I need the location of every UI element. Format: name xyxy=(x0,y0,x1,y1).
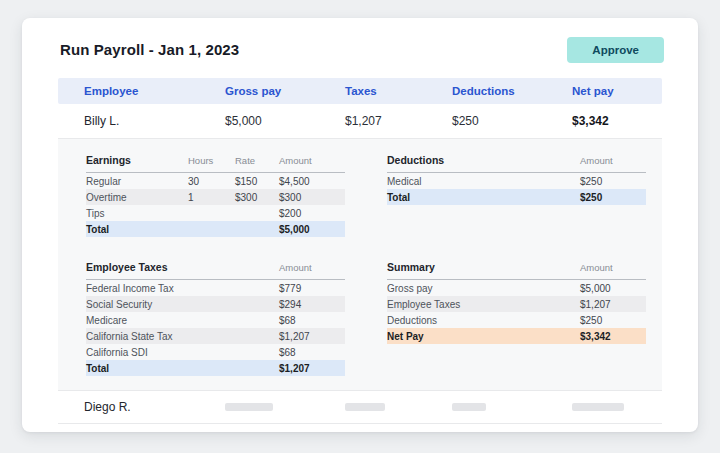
summary-header: Summary Amount xyxy=(387,256,646,280)
row-label: Social Security xyxy=(86,299,279,310)
employee-taxes-title: Employee Taxes xyxy=(86,261,279,273)
row-hours: 30 xyxy=(188,176,235,187)
row-label: Overtime xyxy=(86,192,188,203)
row-amount: $68 xyxy=(279,315,339,326)
employee-taxes-header: Employee Taxes Amount xyxy=(86,256,345,280)
row-amount: $5,000 xyxy=(279,224,339,235)
payroll-card: Run Payroll - Jan 1, 2023 Approve Employ… xyxy=(22,18,698,432)
table-header-row: Employee Gross pay Taxes Deductions Net … xyxy=(58,78,662,104)
tax-row-social-security: Social Security $294 xyxy=(86,296,345,312)
deductions-table: Deductions Amount Medical $250 Total $25… xyxy=(387,149,646,205)
summary-table: Summary Amount Gross pay $5,000 Employee… xyxy=(387,256,646,344)
column-header-deductions: Deductions xyxy=(452,85,572,97)
row-amount: $779 xyxy=(279,283,339,294)
row-amount: $5,000 xyxy=(580,283,640,294)
summary-row-employee-taxes: Employee Taxes $1,207 xyxy=(387,296,646,312)
earnings-table: Earnings Hours Rate Amount Regular 30 $1… xyxy=(86,149,345,237)
earnings-row-total: Total $5,000 xyxy=(86,221,345,237)
tax-row-federal: Federal Income Tax $779 xyxy=(86,280,345,296)
summary-row-gross-pay: Gross pay $5,000 xyxy=(387,280,646,296)
placeholder-bar xyxy=(452,403,486,411)
earnings-row-regular: Regular 30 $150 $4,500 xyxy=(86,173,345,189)
placeholder-bar xyxy=(572,403,624,411)
approve-button[interactable]: Approve xyxy=(567,37,664,63)
row-label: Regular xyxy=(86,176,188,187)
column-header-net-pay: Net pay xyxy=(572,85,662,97)
deductions-col-amount: Amount xyxy=(580,155,646,166)
row-amount: $1,207 xyxy=(279,331,339,342)
earnings-header: Earnings Hours Rate Amount xyxy=(86,149,345,173)
employee-row-billy[interactable]: Billy L. $5,000 $1,207 $250 $3,342 xyxy=(58,104,662,138)
row-amount: $300 xyxy=(279,192,339,203)
employee-name: Billy L. xyxy=(58,114,225,128)
row-amount: $1,207 xyxy=(279,363,339,374)
row-label: Medical xyxy=(387,176,580,187)
row-label: Net Pay xyxy=(387,331,580,342)
summary-row-deductions: Deductions $250 xyxy=(387,312,646,328)
earnings-row-overtime: Overtime 1 $300 $300 xyxy=(86,189,345,205)
row-amount: $3,342 xyxy=(580,331,640,342)
deductions-value: $250 xyxy=(452,114,572,128)
tax-row-medicare: Medicare $68 xyxy=(86,312,345,328)
earnings-col-amount: Amount xyxy=(279,155,345,166)
summary-row-net-pay: Net Pay $3,342 xyxy=(387,328,646,344)
row-rate: $150 xyxy=(235,176,279,187)
earnings-row-tips: Tips $200 xyxy=(86,205,345,221)
row-label: Employee Taxes xyxy=(387,299,580,310)
earnings-title: Earnings xyxy=(86,154,188,166)
row-label: California SDI xyxy=(86,347,279,358)
employee-detail-panel: Earnings Hours Rate Amount Regular 30 $1… xyxy=(58,139,662,390)
row-amount: $4,500 xyxy=(279,176,339,187)
tax-row-ca-state: California State Tax $1,207 xyxy=(86,328,345,344)
row-label: Tips xyxy=(86,208,188,219)
row-amount: $200 xyxy=(279,208,339,219)
employee-taxes-col-amount: Amount xyxy=(279,262,345,273)
net-pay-value: $3,342 xyxy=(572,114,662,128)
row-hours: 1 xyxy=(188,192,235,203)
tax-row-ca-sdi: California SDI $68 xyxy=(86,344,345,360)
row-amount: $294 xyxy=(279,299,339,310)
row-amount: $250 xyxy=(580,192,640,203)
employee-taxes-table: Employee Taxes Amount Federal Income Tax… xyxy=(86,256,345,376)
row-label: Gross pay xyxy=(387,283,580,294)
earnings-col-hours: Hours xyxy=(188,155,235,166)
deductions-title: Deductions xyxy=(387,154,580,166)
card-header: Run Payroll - Jan 1, 2023 Approve xyxy=(22,18,698,78)
row-label: California State Tax xyxy=(86,331,279,342)
employee-name: Diego R. xyxy=(58,400,225,414)
row-rate: $300 xyxy=(235,192,279,203)
summary-title: Summary xyxy=(387,261,580,273)
row-label: Total xyxy=(387,192,580,203)
row-amount: $1,207 xyxy=(580,299,640,310)
row-label: Medicare xyxy=(86,315,279,326)
tax-row-total: Total $1,207 xyxy=(86,360,345,376)
row-label: Total xyxy=(86,363,279,374)
row-amount: $68 xyxy=(279,347,339,358)
row-label: Deductions xyxy=(387,315,580,326)
page-title: Run Payroll - Jan 1, 2023 xyxy=(60,41,239,58)
row-amount: $250 xyxy=(580,315,640,326)
deductions-row-medical: Medical $250 xyxy=(387,173,646,189)
row-label: Total xyxy=(86,224,188,235)
row-label: Federal Income Tax xyxy=(86,283,279,294)
taxes-value: $1,207 xyxy=(345,114,452,128)
gross-pay-value: $5,000 xyxy=(225,114,345,128)
summary-col-amount: Amount xyxy=(580,262,646,273)
placeholder-bar xyxy=(345,403,385,411)
column-header-employee: Employee xyxy=(58,85,225,97)
column-header-taxes: Taxes xyxy=(345,85,452,97)
placeholder-bar xyxy=(225,403,273,411)
deductions-row-total: Total $250 xyxy=(387,189,646,205)
employee-row-diego[interactable]: Diego R. xyxy=(58,390,662,424)
row-amount: $250 xyxy=(580,176,640,187)
earnings-col-rate: Rate xyxy=(235,155,279,166)
deductions-header: Deductions Amount xyxy=(387,149,646,173)
column-header-gross-pay: Gross pay xyxy=(225,85,345,97)
